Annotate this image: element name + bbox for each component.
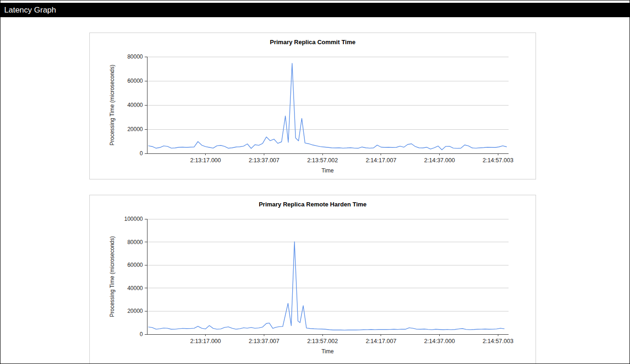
svg-text:80000: 80000 — [127, 239, 143, 245]
y-axis-title: Processing Time (microseconds) — [109, 236, 115, 317]
svg-text:40000: 40000 — [127, 285, 143, 291]
svg-text:2:14:57.003: 2:14:57.003 — [483, 157, 513, 164]
svg-text:40000: 40000 — [127, 102, 143, 108]
svg-text:2:13:17.000: 2:13:17.000 — [190, 157, 221, 164]
svg-text:60000: 60000 — [127, 78, 143, 84]
svg-text:2:13:57.002: 2:13:57.002 — [307, 338, 338, 344]
commit-time-plot-area[interactable]: 0200004000060000800002:13:17.0002:13:37.… — [90, 33, 536, 179]
y-axis-title: Processing Time (microseconds) — [109, 65, 115, 146]
svg-text:80000: 80000 — [127, 53, 143, 60]
x-axis-title: Time — [322, 348, 334, 355]
svg-text:2:14:37.000: 2:14:37.000 — [424, 157, 455, 164]
svg-text:60000: 60000 — [127, 262, 143, 268]
latency-graph-window: Latency Graph 0200004000060000800002:13:… — [0, 0, 630, 364]
svg-text:2:13:57.002: 2:13:57.002 — [307, 157, 338, 164]
window-titlebar: Latency Graph — [0, 3, 630, 17]
svg-text:20000: 20000 — [127, 308, 143, 314]
svg-text:2:13:37.007: 2:13:37.007 — [248, 338, 279, 344]
remote-harden-time-plot-area[interactable]: 0200004000060000800001000002:13:17.0002:… — [90, 195, 536, 364]
svg-text:2:14:17.007: 2:14:17.007 — [366, 338, 396, 344]
svg-text:2:14:57.003: 2:14:57.003 — [483, 338, 513, 344]
svg-text:0: 0 — [140, 150, 143, 157]
chart-title-remote-harden-time: Primary Replica Remote Harden Time — [90, 201, 536, 208]
chart-card-commit-time: 0200004000060000800002:13:17.0002:13:37.… — [89, 33, 536, 179]
chart-card-remote-harden-time: 0200004000060000800001000002:13:17.0002:… — [89, 195, 536, 364]
x-axis-title: Time — [322, 167, 334, 174]
svg-text:0: 0 — [140, 331, 143, 338]
svg-text:100000: 100000 — [124, 216, 143, 222]
chart-title-commit-time: Primary Replica Commit Time — [90, 39, 536, 46]
svg-text:20000: 20000 — [127, 126, 143, 132]
svg-text:2:13:17.000: 2:13:17.000 — [190, 338, 221, 344]
svg-text:2:14:17.007: 2:14:17.007 — [366, 157, 396, 164]
window-title: Latency Graph — [4, 6, 56, 14]
svg-text:2:14:37.000: 2:14:37.000 — [424, 338, 455, 344]
svg-text:2:13:37.007: 2:13:37.007 — [248, 157, 279, 164]
